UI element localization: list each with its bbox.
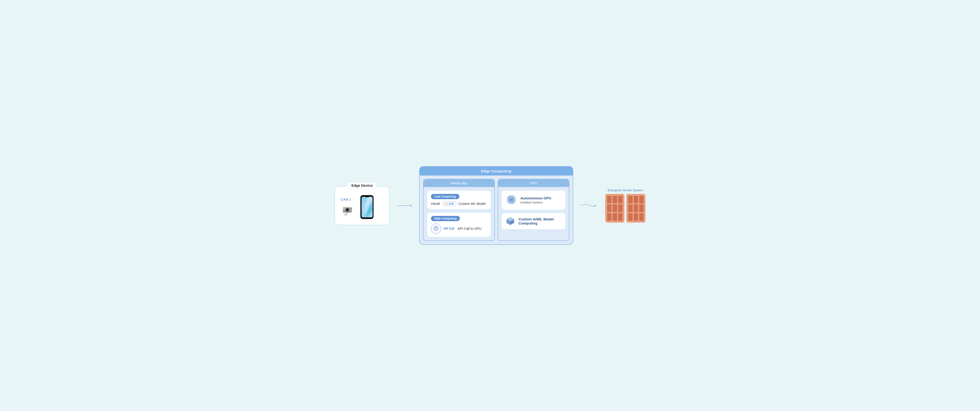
gpu-chip-icon: GPU <box>506 194 517 206</box>
api-call-inner-text: API Call <box>434 226 438 232</box>
server-unit <box>628 205 633 212</box>
server-unit <box>612 196 617 203</box>
camera-section: CAM 1 <box>341 198 356 216</box>
low-computing-card: Low Computing Inbuilt </> SDK Custom ML … <box>427 190 491 209</box>
server-unit <box>628 196 633 203</box>
mobile-app-header: Mobile App <box>423 179 494 187</box>
edge-device-content: CAM 1 <box>341 195 383 219</box>
enterprise-server-box: Enterprise Server System <box>605 189 646 222</box>
custom-ai-row: Custom AI/ML Model Computing <box>506 216 562 226</box>
server-unit <box>639 205 644 212</box>
server-unit <box>607 213 611 221</box>
low-computing-row: Inbuilt </> SDK Custom ML Model <box>431 202 487 206</box>
gpu-body: GPU <box>498 187 569 233</box>
server-group <box>605 194 646 222</box>
edge-device-box: Edge Device CAM 1 <box>334 186 390 225</box>
server-unit <box>639 196 644 203</box>
arrow-line <box>397 205 412 206</box>
phone-screen <box>361 197 372 217</box>
autonomous-gpu-card: GPU <box>501 190 566 210</box>
main-diagram: Edge Device CAM 1 <box>334 166 646 245</box>
api-call-badge: API Call <box>431 224 441 233</box>
inbuilt-text: Inbuilt <box>431 202 440 206</box>
autonomous-gpu-text: Autonomous GPU enabled System <box>520 196 551 205</box>
arrow-computing-to-enterprise <box>581 202 598 209</box>
server-unit <box>634 205 638 212</box>
mobile-app-body: Low Computing Inbuilt </> SDK Custom ML … <box>423 187 494 241</box>
svg-text:GPU: GPU <box>510 199 513 201</box>
sdk-code-icon: </> <box>444 202 448 205</box>
server-unit <box>634 196 638 203</box>
mobile-app-box: Mobile App Low Computing Inbuilt </> SDK… <box>423 179 495 241</box>
camera-icon <box>341 203 356 216</box>
phone-notch <box>365 196 369 197</box>
server-unit <box>639 213 644 221</box>
server-rack-2 <box>626 194 646 222</box>
custom-ai-card: Custom AI/ML Model Computing <box>501 213 566 230</box>
cam-label: CAM 1 <box>341 198 356 201</box>
edge-device-label: Edge Device <box>347 182 377 189</box>
api-call-to-gpu: API Call to GPU <box>458 227 481 230</box>
server-unit <box>612 213 617 221</box>
server-unit <box>612 205 617 212</box>
server-unit <box>607 205 611 212</box>
svg-text:Call: Call <box>435 228 437 229</box>
custom-ai-subtitle: Computing <box>519 221 554 225</box>
autonomous-gpu-row: GPU <box>506 194 562 206</box>
server-rack-1 <box>605 194 624 222</box>
autonomous-gpu-subtitle: enabled System <box>520 201 542 204</box>
autonomous-gpu-title: Autonomous GPU <box>520 196 551 200</box>
ai-cube-icon <box>506 216 515 226</box>
edge-computing-box: Edge Computing Mobile App Low Computing … <box>419 166 573 245</box>
edge-computing-body: Mobile App Low Computing Inbuilt </> SDK… <box>420 176 573 244</box>
svg-point-5 <box>346 209 347 209</box>
svg-rect-8 <box>350 208 352 209</box>
arrow-edge-to-computing <box>397 205 412 206</box>
api-call-label: API Call <box>443 227 454 230</box>
sdk-label: SDK <box>449 202 454 205</box>
server-unit <box>618 196 622 203</box>
curved-arrow-svg <box>581 202 598 209</box>
high-computing-card: High Computing API Call <box>427 212 491 237</box>
server-unit <box>628 213 633 221</box>
server-unit <box>618 213 622 221</box>
custom-ai-text: Custom AI/ML Model Computing <box>519 217 554 225</box>
server-unit <box>634 213 638 221</box>
gpu-header: GPU <box>498 179 569 187</box>
high-computing-badge: High Computing <box>431 216 460 221</box>
custom-ml-text: Custom ML Model <box>459 202 486 206</box>
gpu-box: GPU GPU <box>498 179 570 241</box>
server-unit <box>607 196 611 203</box>
svg-line-6 <box>346 213 347 215</box>
custom-ai-title: Custom AI/ML Model <box>519 217 554 221</box>
edge-computing-header: Edge Computing <box>420 167 573 176</box>
enterprise-label: Enterprise Server System <box>608 189 643 192</box>
sdk-badge: </> SDK <box>442 202 456 206</box>
high-computing-row: API Call API Call API Call to GPU <box>431 224 487 233</box>
low-computing-badge: Low Computing <box>431 194 460 199</box>
phone-icon <box>360 195 374 219</box>
server-unit <box>618 205 622 212</box>
